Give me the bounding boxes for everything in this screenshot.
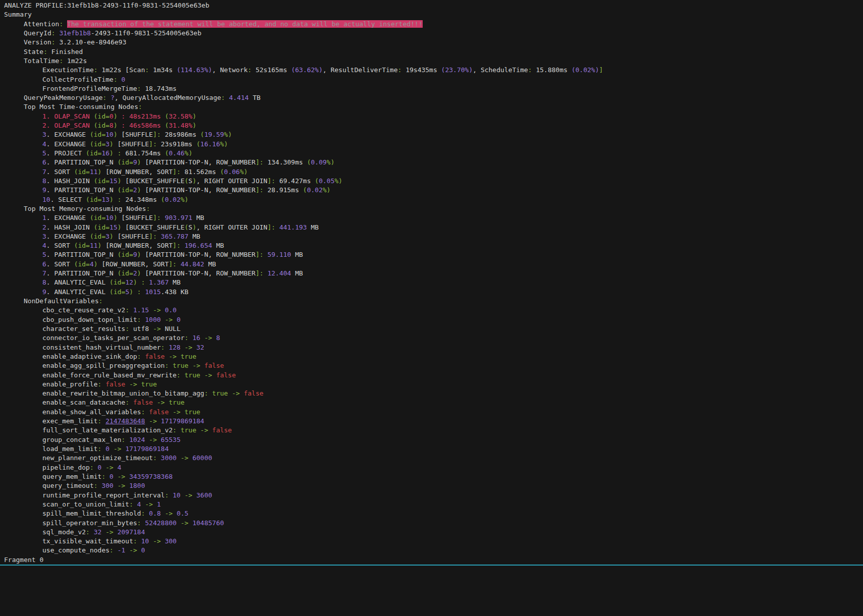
- terminal-text: :: [221, 94, 229, 101]
- terminal-text: true: [185, 371, 200, 379]
- terminal-text: 69.427ms: [279, 177, 315, 185]
- terminal-text: . PARTITION_TOP_N: [46, 251, 118, 258]
- terminal-text: 0: [141, 546, 145, 554]
- terminal-text: . EXCHANGE: [46, 233, 90, 240]
- variable-enable-agg-spill-preaggregation: enable_agg_spill_preaggregation: true ->…: [0, 361, 863, 370]
- terminal-text: . ANALYTIC_EVAL: [46, 278, 109, 286]
- terminal-text: 196.654: [185, 242, 212, 249]
- time-node-1: 1. OLAP_SCAN (id=0) : 48s213ms (32.58%): [0, 112, 863, 121]
- terminal-text: (id=: [90, 140, 105, 148]
- terminal-text: ->: [145, 436, 161, 443]
- terminal-text: :: [125, 399, 133, 406]
- terminal-text: :: [153, 233, 161, 240]
- terminal-text: 52s165ms: [256, 66, 291, 74]
- terminal-text: ExecutionTime: [42, 66, 94, 74]
- terminal-text: (: [185, 223, 189, 231]
- terminal-text: ->: [141, 500, 157, 508]
- terminal-text: (id=: [90, 131, 105, 138]
- variable-enable-profile: enable_profile: false -> true: [0, 380, 863, 389]
- variable-query-timeout: query_timeout: 300 -> 1800: [0, 481, 863, 490]
- terminal-text: 46s586ms: [129, 122, 164, 129]
- terminal-text: 31efb1b8: [59, 29, 91, 37]
- terminal-text: ): [118, 223, 122, 231]
- terminal-text: FrontendProfileMergeTime: [42, 85, 137, 92]
- terminal-text: 2. OLAP_SCAN: [42, 122, 94, 129]
- terminal-text: Top Most Time-consuming Nodes: [24, 103, 138, 110]
- terminal-text: 16: [192, 334, 200, 342]
- terminal-text: true: [185, 408, 200, 416]
- terminal-text: spill_operator_min_bytes: [42, 519, 137, 527]
- terminal-text: TotalTime: [24, 57, 59, 65]
- terminal-text: :: [260, 158, 268, 166]
- terminal-text: 2: [133, 269, 137, 277]
- terminal-text: 9: [42, 186, 46, 194]
- terminal-text: ]: [267, 223, 271, 231]
- terminal-text: :: [161, 344, 169, 351]
- terminal-text: ): [137, 251, 141, 258]
- terminal-text: 48s213ms: [129, 113, 164, 120]
- terminal-text: 28s986ms: [165, 131, 200, 138]
- terminal-text: ->: [113, 482, 129, 489]
- terminal-text: :: [271, 223, 279, 231]
- variable-use-compute-nodes: use_compute_nodes: -1 -> 0: [0, 546, 863, 555]
- terminal-text: 34359738368: [129, 473, 172, 480]
- terminal-text: 441.193: [279, 223, 307, 231]
- terminal-text: . EXCHANGE: [46, 214, 90, 221]
- terminal-text: 32.58%: [168, 113, 192, 120]
- terminal-text: 2097184: [118, 528, 145, 536]
- terminal-screen: ANALYZE PROFILE:31efb1b8-2493-11f0-9831-…: [0, 0, 863, 616]
- terminal-text: ): [133, 278, 137, 286]
- terminal-text: ]: [256, 251, 260, 258]
- terminal-text: :: [101, 473, 109, 480]
- variable-load-mem-limit: load_mem_limit: 0 -> 17179869184: [0, 444, 863, 454]
- terminal-text: :: [157, 131, 165, 138]
- terminal-text: scan_or_to_union_limit: [42, 500, 129, 508]
- terminal-text: (id=: [86, 149, 101, 157]
- terminal-text: :: [141, 510, 149, 517]
- terminal-text: false: [133, 399, 153, 406]
- terminal-text: :: [133, 288, 145, 296]
- terminal-text: pipeline_dop: [42, 464, 90, 471]
- memory-node-9: 9. ANALYTIC_EVAL (id=5) : 1015.438 KB: [0, 288, 863, 297]
- terminal-text: . EXCHANGE: [46, 140, 90, 148]
- terminal-text: (id=: [94, 177, 109, 185]
- terminal-text: Network: [220, 66, 248, 74]
- terminal-text: :: [260, 186, 268, 194]
- terminal-text: 0.02: [307, 186, 322, 194]
- terminal-text: 1m34s: [153, 66, 177, 74]
- attention-line: Attention: The transaction of the statem…: [0, 20, 863, 29]
- terminal-text: %): [323, 186, 331, 194]
- variable-spill-mem-limit-threshold: spill_mem_limit_threshold: 0.8 -> 0.5: [0, 509, 863, 518]
- terminal-text: :: [137, 353, 145, 360]
- terminal-text: (id=: [109, 288, 125, 296]
- terminal-text: 28.915ms: [267, 186, 303, 194]
- terminal-text: [SHUFFLE: [113, 233, 149, 240]
- terminal-text: . PARTITION_TOP_N: [46, 186, 118, 194]
- terminal-text: 0: [105, 445, 109, 453]
- terminal-text: [PARTITION-TOP-N, ROW_NUMBER: [141, 269, 256, 277]
- terminal-text: ): [192, 122, 196, 129]
- terminal-text: [PARTITION-TOP-N, ROW_NUMBER: [141, 186, 256, 194]
- terminal-text: 300: [165, 537, 177, 545]
- terminal-text: :: [43, 48, 51, 55]
- terminal-text: (id=: [90, 233, 105, 240]
- terminal-text: ->: [149, 537, 164, 545]
- terminal-text: MB: [192, 214, 204, 221]
- time-node-10: 10. SELECT (id=13) : 24.348ms (0.02%): [0, 195, 863, 204]
- terminal-text: :: [94, 66, 102, 74]
- terminal-text: 17179869184: [125, 445, 168, 453]
- terminal-text: :: [172, 426, 181, 434]
- terminal-text: :: [177, 168, 185, 176]
- terminal-text: 32: [94, 528, 102, 536]
- terminal-text: :: [260, 251, 268, 258]
- terminal-text: (: [161, 196, 165, 203]
- terminal-text: :: [177, 371, 185, 379]
- variable-pipeline-dop: pipeline_dop: 0 -> 4: [0, 463, 863, 472]
- terminal-text: 1m22s [: [101, 66, 129, 74]
- terminal-text: 9: [42, 288, 46, 296]
- version-line: Version: 3.2.10-ee-8946e93: [0, 38, 863, 47]
- terminal-text: true: [141, 380, 157, 388]
- terminal-text: 8: [42, 177, 46, 185]
- terminal-text: :: [59, 20, 67, 28]
- terminal-text: (: [220, 168, 224, 176]
